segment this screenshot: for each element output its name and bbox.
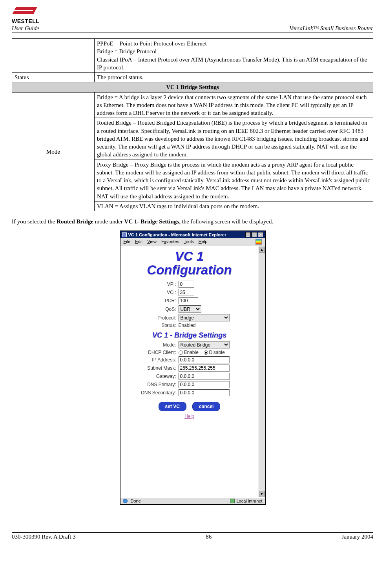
- help-link[interactable]: Help: [121, 414, 258, 419]
- user-guide-label: User Guide: [12, 25, 39, 32]
- header-left: WESTELL User Guide: [12, 7, 39, 32]
- heading-line2: Configuration: [147, 263, 232, 277]
- mode-vlan-desc: VLAN = Assigns VLAN tags to individual d…: [95, 201, 373, 211]
- qos-select[interactable]: UBR: [179, 305, 201, 313]
- scrollbar[interactable]: ▲ ▼: [259, 247, 265, 497]
- scroll-up-icon[interactable]: ▲: [259, 247, 265, 253]
- brand-name: WESTELL: [12, 18, 39, 24]
- protocol-label: Protocol:: [121, 315, 179, 321]
- heading-line1: VC 1: [175, 249, 204, 263]
- menu-tools[interactable]: Tools: [184, 239, 194, 245]
- dns2-label: DNS Secondary:: [121, 390, 179, 396]
- browser-body: ▲ ▼ VC 1 Configuration VPI: VCI: PCR: Qo…: [120, 246, 265, 497]
- pcr-input[interactable]: [179, 297, 198, 304]
- page-content: VC 1 Configuration VPI: VCI: PCR: QoS: U…: [120, 247, 259, 420]
- page-footer: 030-300390 Rev. A Draft 3 86 January 200…: [12, 532, 373, 540]
- ie-throbber-icon: [255, 239, 262, 245]
- vci-label: VCI:: [121, 290, 179, 295]
- gateway-label: Gateway:: [121, 374, 179, 379]
- ie-window: VC 1 Configuration - Microsoft Internet …: [120, 230, 266, 505]
- bridge-settings-heading: VC 1 - Bridge Settings: [121, 331, 258, 339]
- footer-right: January 2004: [342, 534, 373, 540]
- minimize-button[interactable]: _: [245, 232, 251, 237]
- ip-label: IP Address:: [121, 357, 179, 363]
- dns-secondary-input[interactable]: [179, 389, 230, 396]
- globe-icon: [123, 499, 128, 503]
- ip-input[interactable]: [179, 356, 230, 363]
- vci-input[interactable]: [179, 289, 194, 296]
- dhcp-enable-label: Enable: [184, 350, 199, 355]
- para-pre: If you selected the: [12, 218, 57, 225]
- window-title: VC 1 Configuration - Microsoft Internet …: [128, 232, 226, 237]
- footer-left: 030-300390 Rev. A Draft 3: [12, 534, 76, 540]
- protocol-select[interactable]: Bridge: [179, 314, 230, 321]
- vpi-input[interactable]: [179, 281, 194, 288]
- zone-icon: [230, 499, 235, 503]
- dhcp-disable-radio[interactable]: [204, 350, 208, 355]
- dns1-label: DNS Primary:: [121, 382, 179, 387]
- para-mid: mode under: [93, 218, 124, 225]
- swoosh-icon: [12, 7, 33, 18]
- table-row: Mode Bridge = A bridge is a layer 2 devi…: [12, 92, 373, 118]
- menu-favorites[interactable]: Favorites: [161, 239, 179, 245]
- menu-file[interactable]: File: [124, 239, 131, 245]
- cancel-button[interactable]: cancel: [192, 402, 220, 411]
- empty-cell: [12, 39, 95, 73]
- qos-label: QoS:: [121, 307, 179, 312]
- mode-proxy-desc: Proxy Bridge = Proxy Bridge is the proce…: [95, 160, 373, 201]
- section-header-row: VC 1 Bridge Settings: [12, 82, 373, 92]
- menu-edit[interactable]: Edit: [135, 239, 142, 245]
- subnet-label: Subnet Mask:: [121, 365, 179, 371]
- spec-table: PPPoE = Point to Point Protocol over Eth…: [12, 38, 373, 211]
- protocol-desc: PPPoE = Point to Point Protocol over Eth…: [95, 39, 373, 73]
- dhcp-disable-label: Disable: [209, 350, 225, 355]
- gateway-input[interactable]: [179, 373, 230, 380]
- dhcp-label: DHCP Client:: [121, 350, 179, 355]
- mode-select[interactable]: Routed Bridge: [179, 341, 230, 348]
- status-value: Enabled: [179, 323, 196, 328]
- close-button[interactable]: ×: [258, 232, 263, 237]
- menu-help[interactable]: Help: [199, 239, 208, 245]
- intro-paragraph: If you selected the Routed Bridge mode u…: [12, 218, 373, 225]
- section-header: VC 1 Bridge Settings: [12, 82, 373, 92]
- logo-block: [12, 7, 39, 18]
- window-titlebar: VC 1 Configuration - Microsoft Internet …: [120, 231, 265, 238]
- page-heading: VC 1 Configuration: [121, 250, 258, 277]
- status-bar: Done Local intranet: [120, 497, 265, 504]
- status-label: Status: [12, 73, 95, 82]
- para-bold1: Routed Bridge: [57, 218, 93, 225]
- status-desc: The protocol status.: [95, 73, 373, 82]
- pcr-label: PCR:: [121, 298, 179, 303]
- mode-bridge-desc: Bridge = A bridge is a layer 2 device th…: [95, 92, 373, 118]
- status-zone: Local intranet: [236, 499, 262, 503]
- subnet-input[interactable]: [179, 365, 230, 372]
- para-bold2: VC 1- Bridge Settings,: [124, 218, 181, 225]
- dhcp-enable-radio[interactable]: [179, 350, 183, 355]
- button-row: set VC cancel: [121, 402, 258, 411]
- vpi-label: VPI:: [121, 281, 179, 287]
- dns-primary-input[interactable]: [179, 381, 230, 388]
- scroll-down-icon[interactable]: ▼: [259, 491, 265, 497]
- screenshot-wrapper: VC 1 Configuration - Microsoft Internet …: [12, 230, 373, 505]
- table-row: PPPoE = Point to Point Protocol over Eth…: [12, 39, 373, 73]
- product-name: VersaLink™ Small Business Router: [290, 25, 373, 32]
- maximize-button[interactable]: □: [252, 232, 257, 237]
- ie-icon: [122, 232, 127, 237]
- menu-bar: File Edit View Favorites Tools Help: [120, 238, 265, 246]
- status-done: Done: [131, 499, 141, 503]
- page-header: WESTELL User Guide VersaLink™ Small Busi…: [12, 7, 373, 33]
- mode-label: Mode: [12, 92, 95, 211]
- menu-view[interactable]: View: [147, 239, 157, 245]
- status-label-form: Status:: [121, 323, 179, 328]
- para-post: the following screen will be displayed.: [181, 218, 273, 225]
- table-row: Status The protocol status.: [12, 73, 373, 82]
- mode-routed-desc: Routed Bridge = Routed Bridged Encapsula…: [95, 118, 373, 160]
- footer-center: 86: [206, 534, 212, 540]
- set-vc-button[interactable]: set VC: [159, 402, 186, 411]
- mode-label-form: Mode:: [121, 342, 179, 348]
